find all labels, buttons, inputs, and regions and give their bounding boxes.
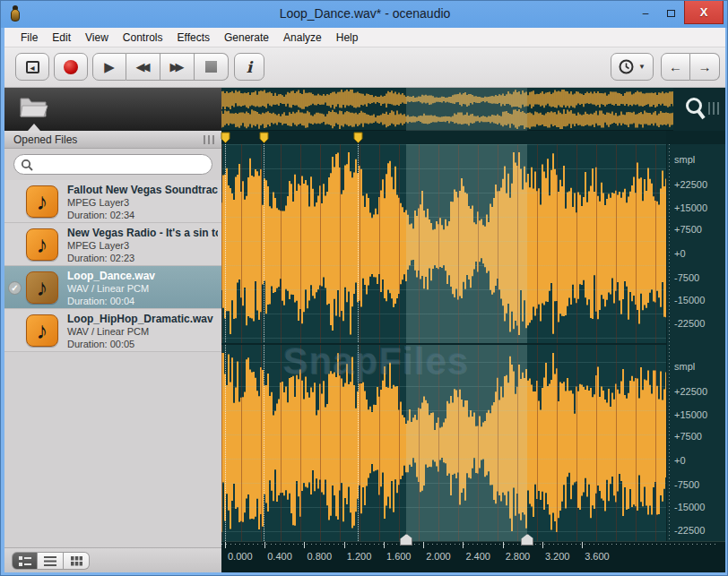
opened-files-title: Opened Files bbox=[13, 133, 77, 146]
file-item[interactable]: ♪New Vegas Radio - It's a sin to tell ..… bbox=[4, 223, 221, 266]
ruler-ticks bbox=[669, 144, 670, 541]
file-format: MPEG Layer3 bbox=[67, 196, 218, 209]
ruler-label: -22500 bbox=[674, 525, 705, 536]
zoom-search-icon[interactable] bbox=[684, 97, 707, 122]
opened-files-list: ♪Fallout New Vegas Soundtrack Gu...MPEG … bbox=[4, 180, 221, 352]
record-button[interactable] bbox=[54, 53, 88, 81]
navigation-buttons: ← → bbox=[661, 53, 720, 81]
audio-file-icon: ♪ bbox=[26, 314, 58, 347]
time-tick bbox=[503, 542, 504, 548]
file-format: MPEG Layer3 bbox=[67, 239, 218, 252]
detail-view-button[interactable] bbox=[12, 552, 38, 570]
time-label: 1.600 bbox=[386, 551, 412, 562]
ruler-label: +7500 bbox=[674, 431, 702, 442]
file-item[interactable]: ✓♪Loop_Dance.wavWAV / Linear PCMDuration… bbox=[4, 266, 221, 309]
file-name: Fallout New Vegas Soundtrack Gu... bbox=[67, 184, 218, 196]
time-tick bbox=[542, 542, 543, 548]
ruler-label: -22500 bbox=[674, 318, 705, 329]
menu-item-view[interactable]: View bbox=[78, 30, 116, 46]
ruler-label: -7500 bbox=[674, 479, 699, 490]
minimize-button[interactable]: – bbox=[634, 6, 657, 22]
overview-grip-icon[interactable] bbox=[708, 102, 719, 115]
close-button[interactable]: X bbox=[684, 1, 724, 24]
time-label: 3.600 bbox=[585, 551, 610, 562]
audio-file-icon: ♪ bbox=[26, 228, 58, 261]
file-name: Loop_Dance.wav bbox=[67, 270, 218, 282]
file-item[interactable]: ♪Loop_HipHop_Dramatic.wavWAV / Linear PC… bbox=[4, 309, 221, 352]
rewind-button[interactable]: ◀◀ bbox=[126, 53, 160, 81]
audio-file-icon: ♪ bbox=[26, 185, 58, 218]
time-tick bbox=[463, 542, 464, 548]
app-window: Loop_Dance.wav* - ocenaudio – X FileEdit… bbox=[0, 0, 728, 576]
menu-item-help[interactable]: Help bbox=[329, 30, 366, 46]
audio-file-icon: ♪ bbox=[26, 271, 58, 304]
music-note-icon: ♪ bbox=[37, 274, 48, 301]
search-icon bbox=[21, 159, 34, 172]
file-duration: Duration: 00:04 bbox=[67, 295, 218, 307]
stop-button[interactable] bbox=[195, 53, 229, 81]
file-format: WAV / Linear PCM bbox=[67, 325, 218, 338]
file-search-input[interactable] bbox=[13, 154, 212, 175]
go-to-start-button[interactable]: ◂ bbox=[15, 53, 49, 81]
time-tick bbox=[264, 542, 265, 548]
ruler-label: -15000 bbox=[674, 295, 705, 305]
list-view-button[interactable] bbox=[38, 552, 64, 570]
time-label: 2.400 bbox=[465, 551, 490, 562]
menu-item-controls[interactable]: Controls bbox=[116, 30, 170, 46]
ruler-label: +15000 bbox=[674, 409, 707, 420]
title-bar[interactable]: Loop_Dance.wav* - ocenaudio – X bbox=[1, 1, 728, 28]
chevron-down-icon: ▼ bbox=[638, 63, 646, 71]
marker-pin-icon[interactable] bbox=[221, 132, 230, 143]
stop-icon bbox=[205, 61, 217, 73]
menu-item-effects[interactable]: Effects bbox=[170, 30, 217, 46]
ruler-label: -15000 bbox=[674, 502, 705, 512]
ruler-label: +0 bbox=[674, 248, 686, 259]
rewind-icon: ◀◀ bbox=[136, 60, 151, 73]
menu-item-file[interactable]: File bbox=[13, 30, 45, 46]
opened-files-folder-icon[interactable] bbox=[19, 95, 49, 120]
menu-item-generate[interactable]: Generate bbox=[217, 30, 276, 46]
play-icon: ▶ bbox=[104, 59, 115, 75]
file-name: New Vegas Radio - It's a sin to tell ... bbox=[67, 227, 218, 239]
waveform-panel: SnapFiles smpl+22500+15000+7500+0-7500-1… bbox=[221, 88, 725, 572]
panel-grip-icon[interactable] bbox=[204, 135, 216, 144]
info-icon: i bbox=[247, 58, 252, 76]
ruler-label: -7500 bbox=[674, 272, 699, 283]
file-name: Loop_HipHop_Dramatic.wav bbox=[67, 313, 218, 325]
menu-item-analyze[interactable]: Analyze bbox=[276, 30, 329, 46]
history-button[interactable]: ▼ bbox=[611, 53, 654, 81]
time-tick bbox=[225, 542, 226, 548]
ruler-label: smpl bbox=[674, 154, 695, 165]
time-tick bbox=[344, 542, 345, 548]
forward-button[interactable]: → bbox=[690, 53, 720, 81]
window-border-left bbox=[1, 28, 4, 576]
time-label: 2.800 bbox=[506, 551, 531, 562]
time-label: 1.200 bbox=[347, 551, 372, 562]
file-item[interactable]: ♪Fallout New Vegas Soundtrack Gu...MPEG … bbox=[4, 180, 221, 223]
marker-strip[interactable] bbox=[221, 131, 666, 144]
back-button[interactable]: ← bbox=[661, 53, 690, 81]
detail-view-icon bbox=[19, 556, 31, 566]
window-title: Loop_Dance.wav* - ocenaudio bbox=[1, 6, 728, 21]
back-arrow-icon: ← bbox=[669, 59, 682, 74]
time-tick bbox=[384, 542, 385, 548]
marker-pin-icon[interactable] bbox=[259, 132, 269, 143]
overview-selection[interactable] bbox=[406, 88, 527, 131]
menu-item-edit[interactable]: Edit bbox=[45, 30, 78, 46]
time-axis[interactable]: 0.0000.4000.8001.2001.6002.0002.4002.800… bbox=[221, 541, 725, 572]
play-button[interactable]: ▶ bbox=[92, 53, 126, 81]
fast-forward-button[interactable]: ▶▶ bbox=[160, 53, 195, 81]
time-label: 0.400 bbox=[267, 551, 292, 562]
opened-files-header[interactable]: Opened Files bbox=[4, 131, 221, 149]
maximize-button[interactable] bbox=[659, 6, 682, 22]
grid-view-button[interactable] bbox=[64, 552, 90, 570]
waveform-view[interactable]: SnapFiles bbox=[221, 144, 666, 541]
waveform-overview[interactable] bbox=[221, 88, 673, 131]
time-label: 2.000 bbox=[426, 551, 451, 562]
time-tick bbox=[582, 542, 583, 548]
music-note-icon: ♪ bbox=[37, 188, 48, 215]
file-duration: Duration: 00:05 bbox=[67, 338, 218, 350]
time-tick bbox=[423, 542, 424, 548]
info-button[interactable]: i bbox=[234, 53, 264, 81]
marker-pin-icon[interactable] bbox=[353, 132, 363, 143]
